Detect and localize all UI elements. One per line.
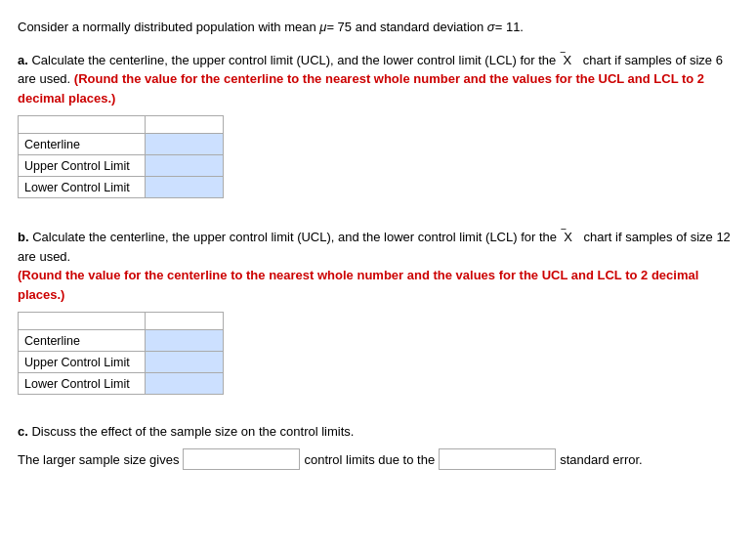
header-label-cell-b: [19, 313, 146, 330]
section-c-label: c. Discuss the effect of the sample size…: [18, 424, 738, 439]
lcl-label-b: Lower Control Limit: [19, 373, 146, 395]
section-c-bold: c.: [18, 424, 28, 439]
inline-text1: The larger sample size gives: [18, 452, 179, 467]
table-row: Lower Control Limit: [19, 177, 224, 198]
table-row: Centerline: [19, 330, 224, 352]
centerline-input-b[interactable]: [146, 330, 223, 351]
table-row: Lower Control Limit: [19, 373, 224, 395]
ucl-label-a: Upper Control Limit: [19, 155, 146, 177]
section-a: a. Calculate the centerline, the upper c…: [18, 51, 738, 199]
section-a-bold-red: (Round the value for the centerline to t…: [18, 71, 704, 106]
section-b-bold: b.: [18, 230, 29, 244]
centerline-input-a-cell: [146, 134, 224, 155]
section-b-bold-red: (Round the value for the centerline to t…: [18, 268, 698, 302]
ucl-input-b-cell: [146, 352, 224, 373]
centerline-label-b: Centerline: [19, 330, 146, 352]
centerline-input-b-cell: [146, 330, 224, 352]
section-b-label: b. Calculate the centerline, the upper c…: [18, 228, 738, 304]
ucl-input-a-cell: [146, 155, 224, 177]
section-b-text1: Calculate the centerline, the upper cont…: [29, 230, 561, 244]
header-input-cell-a: [146, 116, 224, 134]
sigma-symbol: σ: [487, 20, 495, 34]
ucl-label-b: Upper Control Limit: [19, 352, 146, 373]
x-bar-a: X: [560, 51, 571, 70]
table-header-row-a: [19, 116, 224, 134]
section-a-label: a. Calculate the centerline, the upper c…: [18, 51, 738, 108]
section-b: b. Calculate the centerline, the upper c…: [18, 228, 738, 395]
sigma-eq: = 11.: [495, 20, 524, 34]
lcl-input-a[interactable]: [146, 177, 223, 197]
section-c-text: Discuss the effect of the sample size on…: [28, 424, 355, 439]
intro-paragraph: Consider a normally distributed populati…: [18, 18, 738, 37]
section-c-inline: The larger sample size gives control lim…: [18, 448, 738, 470]
section-c: c. Discuss the effect of the sample size…: [18, 424, 738, 470]
inline-input2[interactable]: [439, 448, 556, 470]
inline-text3: standard error.: [560, 452, 643, 467]
lcl-label-a: Lower Control Limit: [19, 177, 146, 198]
centerline-label-a: Centerline: [19, 134, 146, 155]
x-bar-b: X: [561, 228, 572, 247]
section-a-bold: a.: [18, 53, 28, 67]
section-a-table: Centerline Upper Control Limit Lower Con…: [18, 115, 224, 198]
lcl-input-b-cell: [146, 373, 224, 395]
centerline-input-a[interactable]: [146, 134, 223, 154]
inline-text2: control limits due to the: [304, 452, 435, 467]
ucl-input-b[interactable]: [146, 352, 223, 372]
lcl-input-b[interactable]: [146, 373, 223, 394]
intro-text2: and standard deviation: [352, 20, 487, 34]
intro-text1: Consider a normally distributed populati…: [18, 20, 319, 34]
header-input-cell-b: [146, 313, 224, 330]
table-header-row-b: [19, 313, 224, 330]
lcl-input-a-cell: [146, 177, 224, 198]
inline-input1[interactable]: [183, 448, 300, 470]
table-row: Upper Control Limit: [19, 352, 224, 373]
table-row: Centerline: [19, 134, 224, 155]
table-row: Upper Control Limit: [19, 155, 224, 177]
ucl-input-a[interactable]: [146, 155, 223, 176]
mu-eq: = 75: [326, 20, 352, 34]
section-a-text1: Calculate the centerline, the upper cont…: [28, 53, 560, 67]
section-b-table: Centerline Upper Control Limit Lower Con…: [18, 312, 224, 395]
header-label-cell-a: [19, 116, 146, 134]
